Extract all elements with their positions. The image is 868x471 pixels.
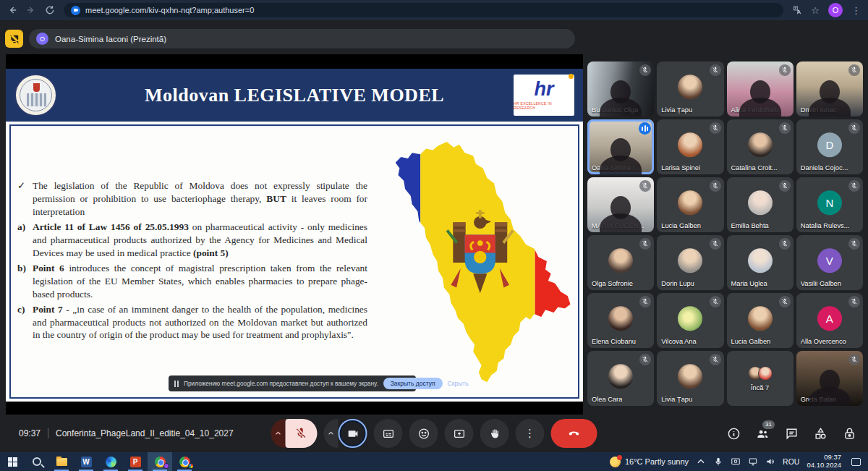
profile-badge — [188, 463, 194, 469]
camera-icon — [346, 428, 359, 440]
bullet-marker: ✓ — [17, 179, 33, 218]
camera-toggle-button[interactable] — [339, 419, 367, 448]
browser-menu-icon[interactable]: ⋮ — [851, 5, 861, 16]
taskbar-powerpoint[interactable]: P — [123, 452, 148, 471]
participant-tile[interactable]: Livia Țapu — [657, 61, 723, 116]
tray-volume-icon[interactable] — [765, 457, 775, 467]
participant-tile[interactable]: Încă 7 — [727, 351, 793, 406]
tray-network-icon[interactable] — [748, 457, 758, 467]
taskbar-edge[interactable] — [98, 452, 123, 471]
participant-tile[interactable]: Maria Uglea — [727, 235, 793, 290]
participant-tile[interactable]: Emilia Behta — [727, 177, 793, 232]
back-icon[interactable] — [7, 5, 17, 15]
participant-tile[interactable]: Oana-Simina I... — [587, 119, 654, 174]
participant-tile[interactable]: Olga Sofronie — [587, 235, 654, 290]
forward-icon[interactable] — [26, 5, 36, 15]
participant-tile[interactable]: Livia Țapu — [657, 351, 723, 406]
tray-cast-icon[interactable] — [731, 457, 741, 467]
participant-tile[interactable]: Larisa Spinei — [657, 119, 723, 174]
end-call-button[interactable] — [551, 419, 597, 448]
windows-taskbar: W P 16°C Partly sunny ROU 09:37 04.10.20… — [0, 452, 868, 471]
mic-muted-icon — [639, 296, 651, 307]
taskbar-search-button[interactable] — [25, 452, 49, 471]
translate-icon[interactable] — [792, 5, 802, 15]
camera-options-chevron[interactable] — [324, 419, 339, 448]
participant-tile[interactable]: AAlla Overcenco — [796, 293, 863, 348]
tray-expand-chevron[interactable] — [696, 457, 706, 467]
participant-tile[interactable]: MARIA EUGEN... — [587, 177, 654, 232]
hide-notice-button[interactable]: Скрыть — [448, 380, 469, 387]
mic-muted-icon — [779, 296, 791, 307]
participant-tile[interactable]: Vilcova Ana — [657, 293, 723, 348]
captions-button[interactable] — [374, 419, 403, 448]
bullet-text: The legislation of the Republic of Moldo… — [33, 179, 367, 218]
mic-options-chevron[interactable] — [271, 419, 286, 448]
more-options-button[interactable]: ⋮ — [516, 419, 545, 448]
meet-favicon-icon — [71, 6, 80, 15]
raise-hand-button[interactable] — [480, 419, 509, 448]
participant-tile[interactable]: Dorin Lupu — [657, 235, 723, 290]
mic-mute-button[interactable] — [286, 419, 318, 448]
bullet-text: Point 7 - „in case of an imminent danger… — [33, 303, 367, 342]
powerpoint-icon: P — [130, 457, 141, 467]
avatar — [748, 306, 773, 331]
hr-logo-dot — [569, 74, 574, 79]
slide-bullet: a)Article 11 of Law 1456 of 25.05.1993 o… — [17, 221, 367, 260]
presenter-label: Oana-Simina Iaconi (Prezintă) — [55, 35, 166, 43]
meeting-info-button[interactable] — [727, 427, 741, 441]
reload-icon[interactable] — [45, 5, 55, 15]
participant-tile[interactable]: NNatalia Rulevs... — [796, 177, 863, 232]
taskbar-chrome-secondary[interactable] — [172, 452, 197, 471]
activities-button[interactable] — [814, 427, 827, 441]
bookmark-star-icon[interactable]: ☆ — [811, 6, 820, 15]
present-screen-button[interactable] — [445, 419, 474, 448]
participant-tile[interactable]: Dmitri Iunac — [796, 61, 863, 116]
start-button[interactable] — [0, 452, 25, 471]
participant-tile[interactable]: Olea Cara — [587, 351, 654, 406]
participant-tile[interactable]: Elena Ciobanu — [587, 293, 654, 348]
participant-tile[interactable]: Greta Balan — [796, 351, 863, 406]
participant-tile[interactable]: Lucia Galben — [657, 177, 723, 232]
weather-sun-icon — [610, 457, 621, 467]
url-text: meet.google.com/kiv-qxhn-nqt?amp;authuse… — [85, 6, 254, 14]
taskbar-word[interactable]: W — [74, 452, 98, 471]
pause-icon[interactable] — [174, 381, 179, 387]
reactions-button[interactable] — [409, 419, 438, 448]
taskbar-clock[interactable]: 09:37 04.10.2024 — [807, 454, 841, 470]
participant-tile[interactable]: VVasilii Galben — [796, 235, 863, 290]
taskbar-chrome-active[interactable] — [148, 452, 172, 471]
browser-toolbar: meet.google.com/kiv-qxhn-nqt?amp;authuse… — [0, 0, 868, 20]
mic-muted-icon — [848, 64, 860, 76]
weather-condition: Partly sunny — [645, 457, 689, 466]
presenter-banner[interactable]: O Oana-Simina Iaconi (Prezintă) — [29, 29, 575, 48]
participant-tile[interactable]: Catalina Croit... — [727, 119, 793, 174]
windows-logo-icon — [8, 457, 17, 467]
avatar — [678, 306, 702, 331]
presentation-toggle-button[interactable] — [5, 30, 23, 48]
participant-tile[interactable]: Burduniuc Olga — [587, 61, 654, 116]
slide-bullet: ✓The legislation of the Republic of Mold… — [17, 179, 367, 218]
taskbar-weather[interactable]: 16°C Partly sunny — [610, 457, 689, 467]
people-panel-button[interactable]: 31 — [756, 427, 770, 441]
stop-sharing-button[interactable]: Закрыть доступ — [383, 378, 443, 389]
participant-tile[interactable]: Alina Ferdohleb — [727, 61, 793, 116]
mic-muted-icon — [848, 180, 860, 192]
edge-icon — [106, 457, 116, 467]
participant-name: Alina Ferdohleb — [731, 106, 778, 114]
hr-excellence-logo: hr HR EXCELLENCE IN RESEARCH — [514, 75, 574, 116]
browser-profile-avatar[interactable]: O — [828, 3, 843, 17]
address-bar[interactable]: meet.google.com/kiv-qxhn-nqt?amp;authuse… — [64, 3, 783, 17]
host-controls-button[interactable] — [843, 427, 856, 441]
action-center-icon[interactable] — [851, 458, 861, 466]
participant-name: Natalia Rulevs... — [801, 222, 850, 229]
speaking-indicator-icon — [639, 122, 651, 135]
keyboard-language[interactable]: ROU — [783, 457, 799, 466]
participant-tile[interactable]: Lucia Galben — [727, 293, 793, 348]
participant-tile[interactable]: DDaniela Cojoc... — [796, 119, 863, 174]
tray-mic-icon[interactable] — [713, 457, 723, 467]
camera-control-group — [324, 419, 367, 448]
taskbar-file-explorer[interactable] — [49, 452, 74, 471]
chat-panel-button[interactable] — [785, 427, 799, 441]
mic-muted-icon — [710, 122, 721, 134]
participant-name: Burduniuc Olga — [592, 106, 638, 114]
